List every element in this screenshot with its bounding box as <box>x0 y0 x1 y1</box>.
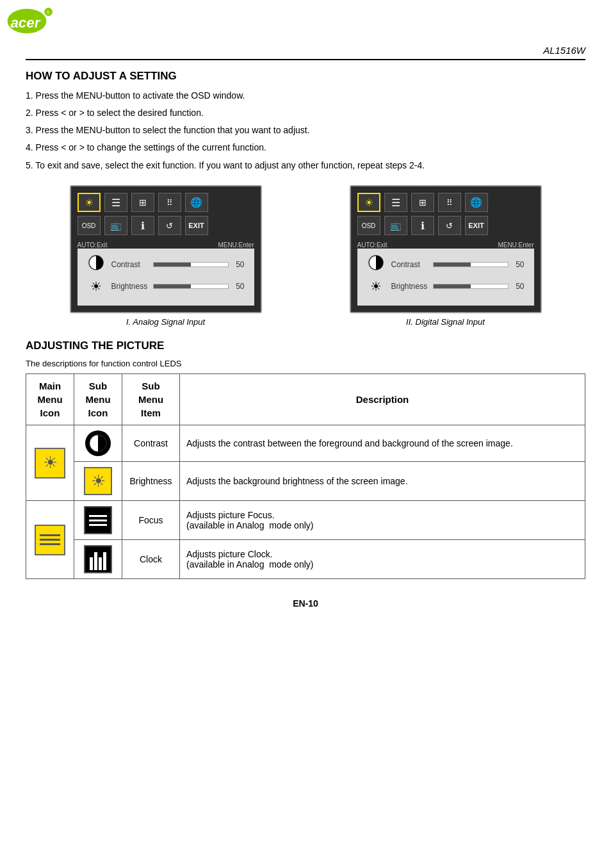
brightness-bar-fill-r <box>434 284 471 288</box>
brightness-sun-table-icon: ☀ <box>84 467 112 495</box>
osd-right-row1: ☀ ☰ ⊞ ⠿ 🌐 <box>357 193 534 212</box>
step-2: 2. Press < or > to select the desired fu… <box>26 106 585 120</box>
osd-footer-right: MENU:Enter <box>218 242 254 249</box>
brightness-bar: 50 <box>153 282 245 291</box>
brightness-bar-fill <box>154 284 191 288</box>
acer-logo: acer ® <box>6 6 58 35</box>
contrast-circle-icon-r <box>367 255 385 274</box>
exit-icon-r: EXIT <box>468 222 484 229</box>
main-sun-icon: ☀ <box>35 448 65 479</box>
osd-left-row1: ☀ ☰ ⊞ ⠿ 🌐 <box>77 193 254 212</box>
sub-icon-brightness: ☀ <box>74 462 122 501</box>
contrast-label: Contrast <box>111 260 153 269</box>
settings-table: MainMenuIcon SubMenuIcon SubMenuItem Des… <box>26 373 585 579</box>
osd-icon-osd: OSD <box>77 216 101 235</box>
sun-icon: ☀ <box>85 197 94 209</box>
table-row: Clock Adjusts picture Clock.(available i… <box>26 540 585 579</box>
sub-item-brightness: Brightness <box>122 462 180 501</box>
dots-icon: ⠿ <box>167 198 173 208</box>
col-header-main: MainMenuIcon <box>26 374 74 425</box>
osd-icon-signal: 📺 <box>104 216 127 235</box>
osd-brightness-row: ☀ Brightness 50 <box>87 279 245 294</box>
contrast-bar-r: 50 <box>433 260 525 269</box>
osd-right-icon-info: ℹ <box>411 216 434 235</box>
section1-heading: HOW TO ADJUST A SETTING <box>26 70 585 83</box>
contrast-bar-bg <box>153 262 229 267</box>
signal-icon-r: 📺 <box>390 220 401 231</box>
main-menu-lines-icon <box>35 525 65 555</box>
main-icon-sun: ☀ <box>26 425 74 501</box>
osd-icon-sun-active: ☀ <box>77 193 101 212</box>
contrast-bar-fill <box>154 263 191 266</box>
step-3: 3. Press the MENU-button to select the f… <box>26 124 585 137</box>
osd-icon-globe: 🌐 <box>185 193 208 212</box>
clock-bars-icon <box>84 545 112 573</box>
brightness-sun-icon-r: ☀ <box>367 279 385 294</box>
section2-desc: The descriptions for function control LE… <box>26 359 585 368</box>
step-5: 5. To exit and save, select the exit fun… <box>26 158 585 172</box>
focus-lines-icon <box>84 506 112 534</box>
step-4: 4. Press < or > to change the settings o… <box>26 141 585 154</box>
focus-line-1 <box>89 515 107 517</box>
osd-icon-info: ℹ <box>131 216 154 235</box>
col-header-description: Description <box>180 374 585 425</box>
brightness-value: 50 <box>232 282 245 291</box>
brightness-bar-bg-r <box>433 284 509 289</box>
osd-left-row2: OSD 📺 ℹ ↺ EXIT <box>77 216 254 235</box>
brightness-sun-icon: ☀ <box>87 279 105 294</box>
osd-left-controls: Contrast 50 ☀ Brightness <box>77 249 254 306</box>
signal-icon: 📺 <box>110 220 121 231</box>
osd-right: ☀ ☰ ⊞ ⠿ 🌐 OSD 📺 ℹ ↺ EXIT AUTO:Exit MENU:… <box>350 185 542 327</box>
osd-left-label: I. Analog Signal Input <box>70 317 262 327</box>
sub-item-clock: Clock <box>122 540 180 579</box>
desc-clock: Adjusts picture Clock.(available in Anal… <box>180 540 585 579</box>
col-header-sub-icon: SubMenuIcon <box>74 374 122 425</box>
osd-right-box: ☀ ☰ ⊞ ⠿ 🌐 OSD 📺 ℹ ↺ EXIT AUTO:Exit MENU:… <box>350 185 542 313</box>
globe-icon-r: 🌐 <box>470 197 482 208</box>
clock-bar-2 <box>94 552 97 570</box>
page-number: EN-10 <box>26 598 585 609</box>
brightness-bar-bg <box>153 284 229 289</box>
focus-line-3 <box>89 524 107 526</box>
main-icon-menu <box>26 501 74 579</box>
table-row: Focus Adjusts picture Focus.(available i… <box>26 501 585 540</box>
contrast-label-r: Contrast <box>391 260 433 269</box>
model-number: AL1516W <box>26 45 585 56</box>
reset-icon-r: ↺ <box>446 221 453 231</box>
contrast-value-r: 50 <box>512 260 525 269</box>
osd-right-icon-globe: 🌐 <box>465 193 488 212</box>
contrast-bar-bg-r <box>433 262 509 267</box>
osd-right-controls: Contrast 50 ☀ Brightness <box>357 249 534 306</box>
top-rule <box>26 59 585 60</box>
contrast-bar: 50 <box>153 260 245 269</box>
osd-left-footer: AUTO:Exit MENU:Enter <box>77 239 254 249</box>
osd-right-icon-dots: ⠿ <box>438 193 461 212</box>
svg-text:®: ® <box>46 10 49 15</box>
osd-right-footer-left: AUTO:Exit <box>357 242 387 249</box>
sub-item-contrast: Contrast <box>122 425 180 462</box>
osd-footer-left: AUTO:Exit <box>77 242 108 249</box>
osd-right-icon-osd: OSD <box>357 216 380 235</box>
brightness-value-r: 50 <box>512 282 525 291</box>
osd-right-brightness-row: ☀ Brightness 50 <box>367 279 525 294</box>
contrast-circle-icon <box>87 255 105 274</box>
exit-icon: EXIT <box>188 222 204 229</box>
contrast-half-circle-icon <box>85 430 111 456</box>
sub-icon-contrast <box>74 425 122 462</box>
osd-icon-exit: EXIT <box>185 216 208 235</box>
desc-brightness: Adjusts the background brightness of the… <box>180 462 585 501</box>
osd-icon-reset: ↺ <box>158 216 181 235</box>
osd-left: ☀ ☰ ⊞ ⠿ 🌐 OSD 📺 ℹ ↺ EXIT AUTO:Exit MENU:… <box>70 185 262 327</box>
osd-icon-menu1: ☰ <box>104 193 127 212</box>
info-icon: ℹ <box>141 220 145 232</box>
osd-text-icon: OSD <box>82 222 96 229</box>
osd-icon-plus: ⊞ <box>131 193 154 212</box>
plus-icon: ⊞ <box>139 197 147 208</box>
table-row: ☀ Contrast Adjusts th <box>26 425 585 462</box>
osd-text-icon-r: OSD <box>362 222 376 229</box>
osd-area: ☀ ☰ ⊞ ⠿ 🌐 OSD 📺 ℹ ↺ EXIT AUTO:Exit MENU:… <box>26 185 585 327</box>
desc-contrast: Adjusts the contrast between the foregro… <box>180 425 585 462</box>
osd-right-icon-reset: ↺ <box>438 216 461 235</box>
menu-line-1 <box>40 534 60 536</box>
sub-icon-focus <box>74 501 122 540</box>
